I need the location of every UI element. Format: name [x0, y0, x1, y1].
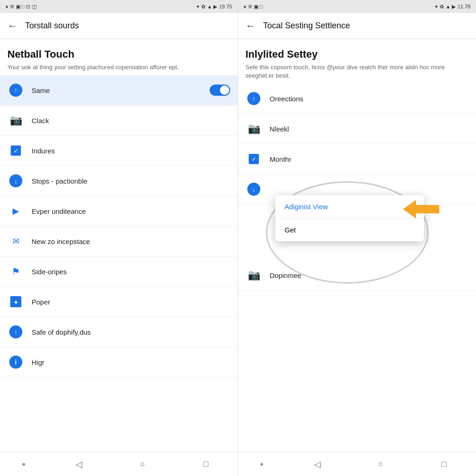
right-nav-back[interactable]: ◁	[308, 455, 327, 474]
right-nav-dot	[260, 463, 263, 466]
popup-item-get[interactable]: Get	[275, 218, 424, 241]
right-nav-home[interactable]: ○	[371, 455, 390, 474]
settings-item-sideoripes[interactable]: ⚑ Side-oripes	[0, 257, 238, 287]
popup-adiginist-label: Adiginist View	[284, 203, 328, 211]
check-icon: ✓	[11, 145, 21, 156]
settings-item-newzo[interactable]: ✉ New zo incepstace	[0, 226, 238, 257]
arrow-annotation	[403, 200, 439, 218]
nleekl-icon: 📷	[245, 120, 262, 137]
right-back-button[interactable]: ←	[245, 20, 256, 32]
left-status-bar: ♦ ⑨ ▣ □ ⊡ ◫ ✦ ✿ ▲ ▶ 19.75	[0, 0, 238, 13]
clack-icon: 📷	[7, 112, 24, 129]
same-toggle[interactable]	[210, 85, 230, 96]
arrow-head	[403, 200, 416, 218]
left-back-button[interactable]: ←	[7, 20, 18, 32]
arrow-shape	[403, 200, 439, 218]
arrow-tail	[416, 205, 439, 213]
sideoripes-icon: ⚑	[7, 263, 24, 280]
popup-item-adiginist[interactable]: Adiginist View	[275, 195, 424, 218]
indures-label: Indures	[32, 147, 230, 155]
popup-dropdown[interactable]: Adiginist View Get	[275, 195, 424, 241]
mail-icon: ✉	[13, 236, 20, 246]
evper-label: Evper unditeance	[32, 207, 230, 215]
dopinmee-icon: 📷	[245, 267, 262, 284]
right-status-left: ♦ ⑨ ▣ □	[244, 4, 263, 10]
left-nav-back[interactable]: ◁	[70, 455, 88, 474]
right-check-icon: ✓	[249, 154, 259, 164]
location-icon: ⚑	[12, 266, 20, 277]
right-item-dopinmee[interactable]: 📷 Dopinmee	[238, 260, 476, 291]
nleekl-label: Nleekl	[270, 125, 469, 133]
right-top-bar-title: Tocal Sesting Settlence	[263, 21, 350, 31]
status-icons-left: ♦ ⑨ ▣ □ ⊡ ◫	[6, 4, 37, 10]
evper-icon: ▶	[7, 203, 24, 219]
right-item-nleekl[interactable]: 📷 Nleekl	[238, 114, 476, 144]
right-bottom-nav: ◁ ○ □	[238, 452, 476, 476]
settings-item-evper[interactable]: ▶ Evper unditeance	[0, 196, 238, 226]
right-item-monthr[interactable]: ✓ Monthr	[238, 144, 476, 174]
download-icon: ↓	[9, 174, 22, 187]
right-battery-status: 11.78	[457, 4, 470, 9]
settings-item-safe[interactable]: ↑ Safe of dophify,dus	[0, 317, 238, 347]
indures-icon: ✓	[7, 142, 24, 159]
right-status-icons-left: ♦ ⑨ ▣ □	[244, 4, 263, 10]
left-nav-square[interactable]: □	[197, 455, 215, 474]
settings-item-poper[interactable]: ■ Poper	[0, 287, 238, 317]
poper-icon: ■	[7, 293, 24, 310]
settings-item-same[interactable]: ↑ Same	[0, 75, 238, 106]
left-panel: ♦ ⑨ ▣ □ ⊡ ◫ ✦ ✿ ▲ ▶ 19.75 ← Torstall sou…	[0, 0, 238, 476]
monthr-icon: ✓	[245, 151, 262, 167]
right-nav-square[interactable]: □	[435, 455, 454, 474]
camera-icon: 📷	[10, 114, 22, 126]
stops-label: Stops - pactionble	[32, 177, 230, 185]
oreections-label: Oreections	[270, 95, 469, 103]
play-icon: ▶	[13, 206, 19, 216]
left-section-desc: Your uok at thing your setting plachured…	[7, 63, 230, 72]
status-bar-left-icons: ♦ ⑨ ▣ □ ⊡ ◫	[6, 4, 37, 10]
settings-item-indures[interactable]: ✓ Indures	[0, 136, 238, 166]
right-camera2-icon: 📷	[248, 269, 260, 281]
newzo-icon: ✉	[7, 233, 24, 250]
right-camera-icon: 📷	[248, 123, 260, 135]
right-download-icon: ↓	[247, 183, 260, 196]
square-icon: ■	[10, 296, 21, 307]
clack-label: Clack	[32, 117, 230, 125]
right-top-bar: ← Tocal Sesting Settlence	[238, 13, 476, 39]
right-settings-list: ↑ Oreections 📷 Nleekl ✓ Monthr ↓	[238, 84, 476, 452]
left-nav-home[interactable]: ○	[133, 455, 152, 474]
left-bottom-nav: ◁ ○ □	[0, 452, 238, 476]
empty-icon: ↓	[245, 181, 262, 198]
left-section-header: Netball Touch Your uok at thing your set…	[0, 39, 238, 75]
settings-item-higr[interactable]: i Higr	[0, 347, 238, 377]
oreections-icon: ↑	[245, 90, 262, 107]
upload-icon: ↑	[9, 325, 22, 338]
left-section-title: Netball Touch	[7, 48, 230, 60]
popup-get-label: Get	[284, 226, 296, 234]
right-section-desc: Sefe this copsom touch, Ilciss @pour div…	[245, 63, 469, 80]
left-top-bar-title: Torstall sourds	[25, 21, 79, 31]
poper-label: Poper	[32, 298, 230, 306]
stops-icon: ↓	[7, 172, 24, 189]
info-icon: i	[9, 356, 22, 369]
status-bar-right: ✦ ✿ ▲ ▶ 19.75	[196, 4, 232, 10]
right-status-right: ✦ ✿ ▲ ▶ 11.78	[434, 4, 470, 10]
right-section-header: Inlylited Settey Sefe this copsom touch,…	[238, 39, 476, 84]
higr-label: Higr	[32, 358, 230, 366]
right-panel: ♦ ⑨ ▣ □ ✦ ✿ ▲ ▶ 11.78 ← Tocal Sesting Se…	[238, 0, 476, 476]
left-battery-status: 19.75	[219, 4, 232, 9]
right-item-oreections[interactable]: ↑ Oreections	[238, 84, 476, 114]
newzo-label: New zo incepstace	[32, 238, 230, 245]
settings-item-stops[interactable]: ↓ Stops - pactionble	[0, 166, 238, 196]
dopinmee-label: Dopinmee	[270, 271, 469, 279]
settings-item-clack[interactable]: 📷 Clack	[0, 106, 238, 136]
sideoripes-label: Side-oripes	[32, 268, 230, 276]
safe-label: Safe of dophify,dus	[32, 328, 230, 336]
left-top-bar: ← Torstall sourds	[0, 13, 238, 39]
right-status-bar: ♦ ⑨ ▣ □ ✦ ✿ ▲ ▶ 11.78	[238, 0, 476, 13]
monthr-label: Monthr	[270, 155, 469, 163]
higr-icon: i	[7, 354, 24, 370]
left-nav-dot	[22, 463, 25, 466]
right-section-title: Inlylited Settey	[245, 48, 469, 60]
same-icon: ↑	[7, 82, 24, 99]
circle-arrow-icon: ↑	[9, 84, 22, 97]
